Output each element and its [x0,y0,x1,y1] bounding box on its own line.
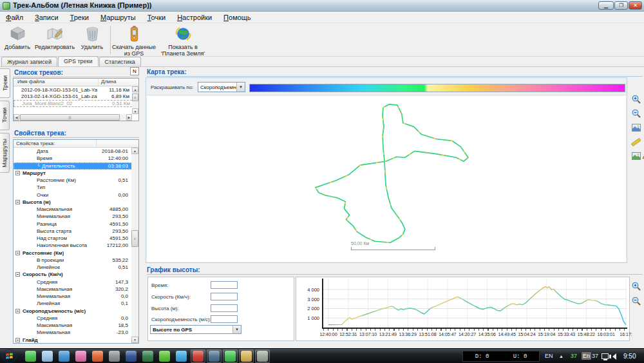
property-row[interactable]: Минимальная-23,0 [14,329,138,336]
n-button[interactable]: N [130,67,139,75]
zoom-in-icon[interactable] [631,281,641,291]
property-row[interactable]: Линейное0,51 [14,264,138,271]
net-monitor[interactable]: D: 0 U: 0 [462,351,540,362]
clock[interactable]: 9:50 [623,353,636,360]
property-row[interactable]: Линейная0,1 [14,300,138,307]
close-button[interactable]: ✕ [629,1,642,10]
property-row[interactable]: Время12:40:00 [14,155,138,162]
field-input-1[interactable] [211,293,238,300]
zoom-in-icon[interactable] [631,94,641,104]
tab-Журнал записей[interactable]: Журнал записей [1,57,57,67]
field-input-2[interactable] [211,304,238,312]
battery2-app-icon[interactable] [159,351,170,362]
property-row[interactable]: └ Длительность03:38:03 [14,162,138,170]
track-list-hscrollbar[interactable]: ◀ ||| ▶ [14,114,132,121]
mode-select[interactable]: Высоте по GPS▼ [150,325,242,334]
language-badge[interactable]: En [582,352,591,360]
menu-Помощь[interactable]: Помощь [218,12,257,23]
zoom-out-icon[interactable] [631,108,641,119]
tab-GPS треки[interactable]: GPS треки [58,56,99,67]
property-row[interactable]: Расстояние (Км)0,51 [14,177,138,184]
property-row[interactable]: Минимальная0,0 [14,293,138,300]
screenshot-icon[interactable] [631,123,641,133]
property-row[interactable]: В проекции535,22 [14,257,138,264]
trek-album-app-icon-button[interactable] [255,349,270,363]
property-row[interactable]: Максимальная18,5 [14,322,138,329]
toolbar-button-add-book[interactable]: Добавить [1,25,33,55]
notes-app-icon[interactable] [42,351,53,362]
measure-icon[interactable] [631,137,641,147]
start-button[interactable] [2,349,17,363]
toolbar-button-gps-device[interactable]: Скачать данные из GPS [113,25,155,55]
property-row[interactable]: Максимальная4885,00 [14,206,138,213]
whatsapp-app-icon-button[interactable] [223,349,238,363]
scroll-left-icon[interactable]: ◀ [14,114,19,121]
vscroll-thumb[interactable]: ≡ [131,230,138,247]
property-row[interactable]: Разница4591,50 [14,221,138,228]
explorer-app-icon-button[interactable] [239,349,254,363]
hscroll-thumb[interactable]: ||| [20,114,120,121]
side-tab-Точки[interactable]: Точки [0,101,10,130]
gamepad-app-icon[interactable] [109,351,120,362]
colorize-select[interactable]: Скороподъемно▼ [198,82,245,92]
temperature-green[interactable]: 37 [571,353,577,359]
temperature-white[interactable]: 37 [592,353,598,359]
track-row[interactable]: 2012-09-18-XGD-153-01_Lab-Yaros11,16 Км [14,86,138,93]
property-row[interactable]: Накопленная высота17212,00 [14,242,138,249]
field-input-0[interactable] [211,281,238,289]
media-app-icon[interactable] [92,351,103,362]
toolbar-button-edit-map[interactable]: Редактировать [33,25,76,55]
field-input-3[interactable] [211,315,238,323]
monitor-app-icon-button[interactable] [207,349,222,363]
red-media-app-icon-button[interactable] [191,349,205,363]
steam-app-icon[interactable] [126,351,137,362]
restore-button[interactable]: ❐ [614,1,628,10]
menu-Настройки[interactable]: Настройки [171,12,218,23]
property-row[interactable]: Скорость (Км/ч) [14,271,138,278]
property-row[interactable]: Очки0,00 [14,191,138,199]
show-hidden-icons[interactable]: ▲ [559,354,564,358]
battery-app-icon[interactable] [25,351,36,362]
minimize-button[interactable]: ▁ [598,1,614,10]
background-image-icon[interactable] [631,151,641,161]
osmos-app-icon[interactable] [75,351,86,362]
property-row[interactable]: Над стартом4591,50 [14,235,138,242]
map-canvas[interactable]: 50,00 Км [147,95,626,262]
speaker-icon[interactable] [612,353,616,360]
collapse-icon[interactable] [15,338,20,342]
property-row[interactable]: Тип [14,184,138,191]
property-row[interactable]: Высота старта293,50 [14,228,138,235]
scroll-up-icon[interactable]: ▲ [131,148,138,154]
property-row[interactable]: Глайд [14,337,138,344]
toolbar-button-earth-globe[interactable]: Показать в 'Планета Земля' [157,25,209,55]
menu-Маршруты[interactable]: Маршруты [95,12,142,23]
menu-Файл[interactable]: Файл [0,12,29,23]
scroll-up-icon[interactable]: ▲ [132,86,138,92]
tab-Статистика[interactable]: Статистика [99,57,141,67]
collapse-icon[interactable] [15,251,20,255]
column-name[interactable]: Имя файла [14,79,99,86]
property-row[interactable]: Максимальная320,2 [14,286,138,293]
properties-vscrollbar[interactable]: ▲ ≡ ▼ [131,148,138,343]
toolbar-button-trash[interactable]: Удалить [76,25,108,55]
scroll-right-icon[interactable]: ▶ [126,114,132,121]
scroll-down-icon[interactable]: ▼ [132,108,138,114]
collapse-icon[interactable] [15,272,20,277]
network-icon[interactable] [601,353,609,359]
track-row[interactable]: Jura_Mont-Blanc2_020,51 Км [14,100,138,107]
property-row[interactable]: Средняя0,0 [14,315,138,322]
property-row[interactable]: Минимальная293,50 [14,213,138,220]
side-tab-Треки[interactable]: Треки [0,68,10,98]
track-list-vscrollbar[interactable]: ▲ ≡ ▼ [132,86,138,114]
column-length[interactable]: Длина [99,79,116,86]
collapse-icon[interactable] [15,309,20,313]
scroll-down-icon[interactable]: ▼ [131,337,138,343]
menu-Записи[interactable]: Записи [29,12,64,23]
menu-Треки[interactable]: Треки [64,12,95,23]
track-row[interactable]: 2013-02-14-XGD-153-01_Lab-zaSe...6,89 Км [14,93,138,101]
property-row[interactable]: Скороподъемность (м/с) [14,308,138,315]
collapse-icon[interactable] [15,200,20,204]
menu-Точки[interactable]: Точки [142,12,171,23]
collapse-icon[interactable] [15,171,20,175]
globe-app-icon[interactable] [142,351,153,362]
